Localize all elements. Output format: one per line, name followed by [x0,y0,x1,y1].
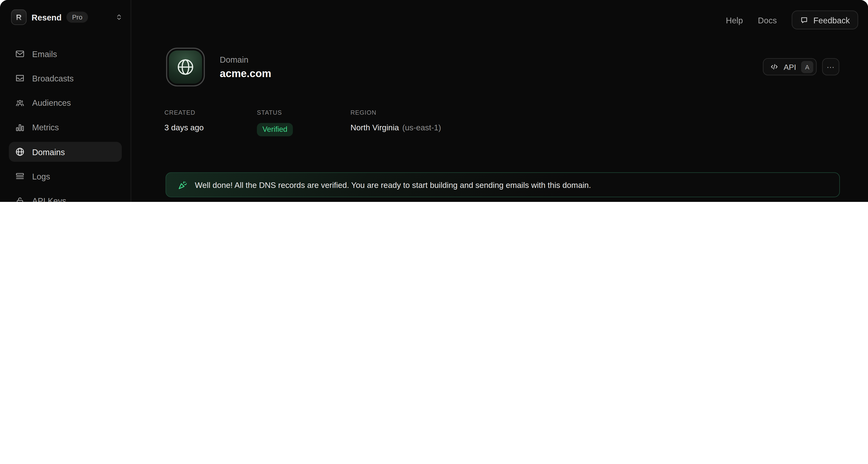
broadcast-icon [15,73,25,83]
domain-globe-tile [166,48,205,86]
success-banner: Well done! All the DNS records are verif… [165,172,840,197]
sidebar-item-label: Audiences [32,98,71,108]
sidebar-item-audiences[interactable]: Audiences [9,93,122,113]
sidebar-item-label: Metrics [32,123,59,132]
app-window: R Resend Pro Emails Broadcasts Audiences [0,0,868,202]
stage: R Resend Pro Emails Broadcasts Audiences [0,0,868,202]
help-link[interactable]: Help [726,15,743,25]
sidebar-item-label: Domains [32,147,65,156]
sidebar: R Resend Pro Emails Broadcasts Audiences [0,0,131,202]
speech-bubble-icon [800,16,809,24]
created-value: 3 days ago [164,123,257,132]
globe-icon [176,57,195,77]
users-icon [15,98,25,108]
docs-link[interactable]: Docs [758,15,777,25]
status-label: STATUS [257,109,350,116]
chevron-updown-icon[interactable] [115,13,123,21]
region-value: North Virginia (us-east-1) [350,123,441,132]
resend-logo: R [11,9,27,25]
created-label: CREATED [164,109,257,116]
main-content: Help Docs Feedback Domain acme.com API A… [131,0,868,202]
mail-icon [15,49,25,59]
sidebar-item-metrics[interactable]: Metrics [9,117,122,137]
topbar: Help Docs Feedback [131,0,868,37]
sidebar-item-label: Emails [32,49,57,59]
sidebar-item-domains[interactable]: Domains [9,142,122,162]
api-button[interactable]: API A [763,58,816,76]
party-popper-icon [177,179,188,190]
header-actions: API A ⋯ [763,58,839,76]
region-code: (us-east-1) [402,123,441,132]
code-icon [770,63,779,71]
bar-chart-icon [15,122,25,132]
sidebar-item-label: Broadcasts [32,74,74,83]
sidebar-item-logs[interactable]: Logs [9,167,122,186]
workspace-switcher[interactable]: R Resend Pro [0,0,131,25]
domain-header: Domain acme.com [166,48,271,86]
feedback-button[interactable]: Feedback [792,10,858,29]
workspace-name: Resend [32,12,62,22]
domain-more-button[interactable]: ⋯ [822,58,839,76]
sidebar-item-label: Logs [32,172,50,181]
globe-icon [15,147,25,157]
sidebar-item-broadcasts[interactable]: Broadcasts [9,68,122,88]
sidebar-nav: Emails Broadcasts Audiences Metrics Doma… [0,44,131,202]
region-label: REGION [350,109,441,116]
plan-badge: Pro [66,11,88,23]
domain-meta: CREATED 3 days ago STATUS Verified REGIO… [164,109,441,136]
sidebar-item-label: API Keys [32,196,66,202]
status-badge: Verified [257,123,293,136]
banner-message: Well done! All the DNS records are verif… [195,180,591,190]
shortcut-key-badge: A [801,61,813,73]
sidebar-item-api-keys[interactable]: API Keys [9,191,122,202]
lock-icon [15,196,25,202]
page-title: acme.com [220,67,271,80]
sidebar-item-emails[interactable]: Emails [9,44,122,64]
domain-kicker: Domain [220,55,271,64]
rows-icon [15,171,25,181]
